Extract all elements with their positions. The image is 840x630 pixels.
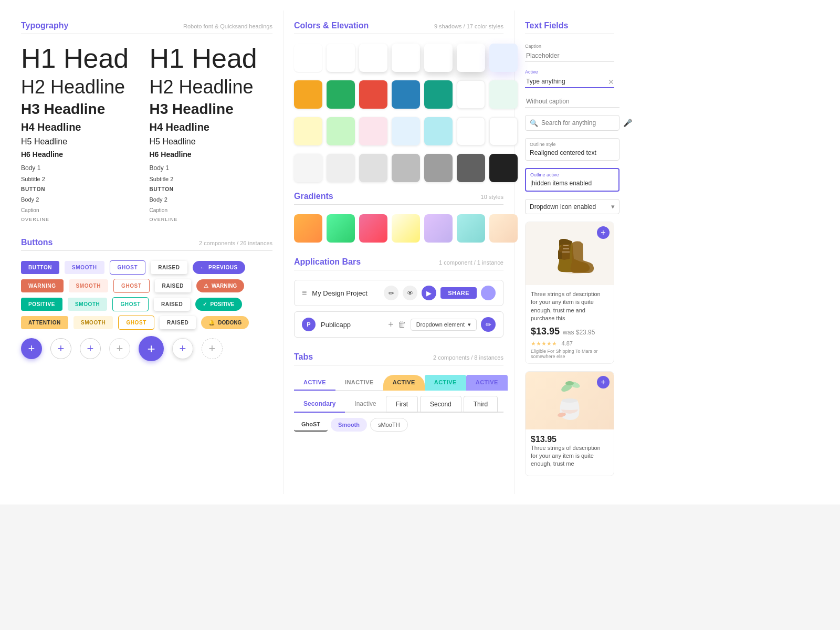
fab-row: + + + + + + + (21, 336, 272, 361)
tab-active-blue[interactable]: Active (466, 375, 508, 391)
tf-outline-input[interactable] (530, 149, 615, 156)
tab-inactive[interactable]: INACTIVE (335, 375, 383, 391)
btn-warning-pill[interactable]: ⚠ WARNING (196, 279, 244, 292)
h2-left: H2 Headline (21, 76, 144, 98)
swatch-gray6 (457, 154, 485, 182)
btn-warning[interactable]: WARNING (21, 279, 64, 292)
tab-ghost-active[interactable]: GhoST (294, 418, 328, 432)
dropdown-label: Dropdown element (416, 321, 465, 328)
btn-raised-default[interactable]: RAISED (151, 261, 187, 274)
btn-ghost-attention[interactable]: GHOST (118, 316, 154, 330)
tf-active-field: Active ✕ (525, 69, 614, 88)
tab-smoooth[interactable]: sMooTH (370, 418, 408, 432)
h3-right: H3 Headline (150, 100, 273, 118)
fab-ghost[interactable]: + (80, 338, 101, 359)
product2-add-btn[interactable]: + (597, 376, 610, 388)
btn-smooth-attention[interactable]: SMOOTH (74, 316, 113, 329)
gradient-yellow (392, 214, 420, 243)
main-color-swatches (294, 80, 503, 109)
fab-raised[interactable]: + (172, 338, 193, 359)
tabs-header: Tabs 2 components / 8 instances (294, 352, 503, 362)
buttons-subtitle: 2 components / 26 instances (199, 240, 272, 246)
btn-attention[interactable]: ATTENTION (21, 316, 68, 329)
subtitle2-right: Subtitle 2 (150, 175, 273, 184)
subtitle2-left: Subtitle 2 (21, 175, 144, 184)
tf-search-input[interactable] (541, 119, 620, 127)
tab-first[interactable]: First (386, 396, 418, 413)
swatch-blue-light2 (392, 117, 420, 145)
product1-price-row: $13.95 was $23.95 (531, 326, 608, 337)
hamburger-icon: ≡ (302, 288, 307, 298)
tf-nocaption-input[interactable] (525, 96, 620, 108)
appbar2-plus-icon[interactable]: + (388, 319, 394, 330)
appbar-edit-btn[interactable]: ✏ (384, 286, 398, 300)
tf-caption-input[interactable] (525, 50, 614, 62)
mic-icon[interactable]: 🎤 (623, 119, 632, 127)
h4-right: H4 Headline (150, 120, 273, 134)
caption-right: Caption (150, 206, 273, 214)
fab-outline[interactable]: + (50, 338, 71, 359)
swatch-mint (489, 80, 518, 109)
btn-raised-positive[interactable]: RAISED (154, 298, 190, 311)
tf-outline-active-input[interactable] (530, 180, 614, 187)
btn-smooth-default[interactable]: SMOOTH (65, 261, 104, 274)
tf-active-input[interactable] (525, 76, 614, 88)
tf-clear-icon[interactable]: ✕ (608, 78, 614, 86)
tab-smooth[interactable]: Smooth (331, 418, 367, 432)
tab-active-primary[interactable]: ACTIVE (294, 375, 335, 391)
search-icon: 🔍 (530, 119, 538, 127)
check-icon: ✓ (203, 301, 207, 307)
btn-primary[interactable]: BUTTON (21, 261, 59, 274)
fab-large[interactable]: + (139, 336, 164, 361)
appbar-share-btn[interactable]: SHARE (440, 287, 477, 299)
tab-secondary-active[interactable]: Secondary (294, 396, 345, 413)
btn-row-attention: ATTENTION SMOOTH GHOST RAISED 🔔 DODONG (21, 316, 272, 330)
swatch-white-6 (457, 44, 485, 72)
btn-positive-pill[interactable]: ✓ POSITIVE (195, 298, 242, 311)
fab-extra[interactable]: + (202, 338, 223, 359)
tab-third[interactable]: Third (464, 396, 498, 413)
appbar1-title: My Design Project (312, 289, 379, 297)
btn-raised-attention[interactable]: RAISED (160, 316, 196, 329)
h6-right: H6 Headline (150, 150, 273, 160)
tab-active-teal[interactable]: Active (425, 375, 466, 391)
appbar2-edit-btn[interactable]: ✏ (481, 317, 496, 332)
tab-secondary-inactive[interactable]: Inactive (345, 396, 385, 413)
product1-add-btn[interactable]: + (597, 226, 610, 239)
appbar2-title: Publicapp (321, 321, 383, 329)
appbar-play-btn[interactable]: ▶ (422, 286, 436, 300)
body2-right: Body 2 (150, 195, 273, 204)
swatch-blue-light (489, 44, 518, 72)
h2-right: H2 Headline (150, 76, 273, 98)
textfields-title: Text Fields (525, 21, 568, 30)
btn-attention-pill[interactable]: 🔔 DODONG (201, 316, 249, 329)
product1-desc: Three strings of description for your an… (531, 290, 608, 323)
product1-rating: 4.87 (561, 340, 572, 346)
product-image-1: + (526, 222, 614, 285)
btn-ghost-default[interactable]: GHOST (110, 260, 146, 275)
fab-ghost2[interactable]: + (109, 338, 130, 359)
tf-dropdown-wrapper[interactable]: Dropdown icon enabled ▾ (525, 199, 620, 214)
btn-smooth-positive[interactable]: SMOOTH (68, 298, 108, 311)
swatch-white-2 (327, 44, 355, 72)
appbar-view-btn[interactable]: 👁 (403, 286, 417, 300)
tab-active-warning[interactable]: ACTIVE (383, 375, 425, 391)
gradient-swatches (294, 214, 503, 243)
tab-second[interactable]: Second (420, 396, 461, 413)
gradient-purple (424, 214, 453, 243)
btn-smooth-warning[interactable]: SMOOTH (69, 279, 109, 292)
appbar2-dropdown[interactable]: Dropdown element ▾ (411, 319, 477, 331)
product1-stars: ★★★★★ (531, 340, 557, 346)
tf-outline-active-field: Outline active (525, 168, 614, 192)
swatch-white3 (489, 117, 518, 145)
btn-ghost-positive[interactable]: GHOST (112, 297, 149, 311)
tf-search-field: 🔍 🎤 (525, 115, 614, 131)
btn-positive[interactable]: POSITIVE (21, 298, 62, 311)
appbar2-trash-icon[interactable]: 🗑 (398, 320, 406, 329)
arrow-left-icon: ← (200, 265, 206, 270)
fab-primary[interactable]: + (21, 338, 42, 359)
tf-caption-field: Caption (525, 44, 614, 62)
btn-ghost-warning[interactable]: GHOST (113, 279, 150, 293)
btn-raised-warning[interactable]: RAISED (155, 279, 191, 292)
btn-previous[interactable]: ← PREVIOUS (193, 261, 245, 274)
